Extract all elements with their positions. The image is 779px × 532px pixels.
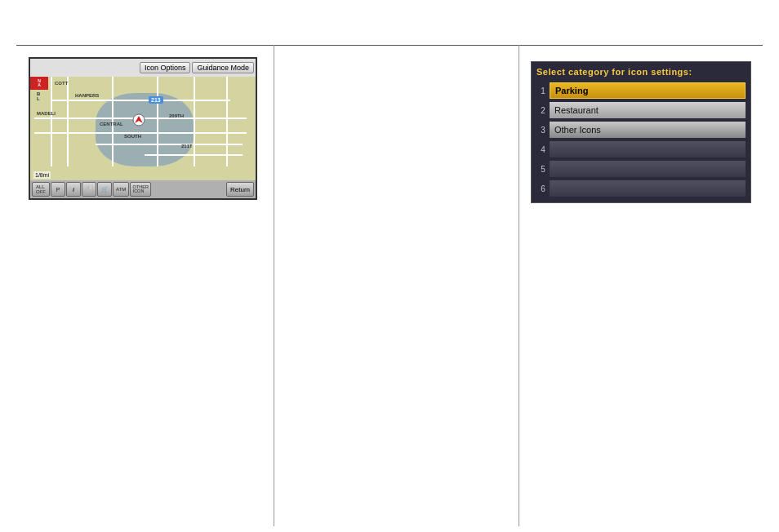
category-item-restaurant[interactable]: Restaurant: [550, 102, 746, 118]
road-h1: [51, 100, 230, 101]
road-label-209th: 209TH: [169, 113, 184, 118]
road-label-hanpers: HANPERS: [75, 93, 99, 98]
left-panel: Icon Options Guidance Mode NA HANPE: [29, 57, 261, 200]
road-label-madell: MADELI: [37, 111, 56, 116]
divider-left: [274, 45, 274, 526]
all-off-button[interactable]: ALLOFF: [32, 182, 50, 197]
category-container: Select category for icon settings: 1 Par…: [531, 61, 751, 203]
category-num-2: 2: [536, 106, 550, 115]
category-item-5[interactable]: [550, 161, 746, 177]
route-badge: 213: [149, 96, 163, 104]
category-item-other-icons[interactable]: Other Icons: [550, 122, 746, 138]
divider-right: [519, 45, 519, 526]
category-row-6: 6: [536, 180, 746, 197]
category-row-1: 1 Parking: [536, 82, 746, 100]
road-v1: [51, 77, 52, 166]
category-row-3: 3 Other Icons: [536, 121, 746, 139]
parking-icon-button[interactable]: P: [51, 182, 65, 197]
category-item-4[interactable]: [550, 141, 746, 157]
road-label-b: BL: [37, 91, 40, 101]
road-label-central: CENTRAL: [100, 122, 123, 126]
category-num-6: 6: [536, 184, 550, 193]
road-h4: [96, 144, 243, 145]
category-row-4: 4: [536, 140, 746, 158]
road-label-cott: COTT: [55, 81, 68, 86]
category-row-2: 2 Restaurant: [536, 101, 746, 119]
gps-label: NA: [38, 79, 41, 87]
map-toolbar-top: Icon Options Guidance Mode: [30, 59, 256, 77]
nav-arrow-icon: [132, 113, 145, 126]
road-v4: [157, 77, 158, 166]
right-panel: Select category for icon settings: 1 Par…: [531, 61, 763, 203]
category-title: Select category for icon settings:: [536, 67, 746, 77]
road-label-south: SOUTH: [124, 134, 141, 139]
road-v5: [194, 77, 195, 166]
shopping-icon-button[interactable]: 🛒: [97, 182, 112, 197]
food-icon-button[interactable]: 🍴: [82, 182, 96, 197]
road-v6: [226, 77, 228, 166]
map-scale: 1/8mi: [33, 171, 51, 179]
category-item-parking[interactable]: Parking: [550, 82, 746, 99]
road-label-211t: 211T: [181, 144, 193, 149]
gas-icon-button[interactable]: ATM: [113, 182, 129, 197]
return-button[interactable]: Return: [226, 182, 254, 197]
map-area: HANPERS SOUTH MADELI CENTRAL 209TH 211T …: [30, 77, 256, 180]
category-num-5: 5: [536, 165, 550, 174]
category-row-5: 5: [536, 160, 746, 178]
info-icon-button[interactable]: i: [66, 182, 81, 197]
road-v2: [67, 77, 69, 166]
icon-options-button[interactable]: Icon Options: [140, 62, 191, 73]
category-num-1: 1: [536, 86, 550, 95]
map-container: Icon Options Guidance Mode NA HANPE: [29, 57, 257, 200]
category-item-6[interactable]: [550, 180, 746, 197]
top-border: [16, 45, 763, 46]
map-toolbar-bottom: ALLOFF P i 🍴 🛒 ATM OTHERICON Return: [30, 180, 256, 198]
category-num-4: 4: [536, 145, 550, 154]
category-list: 1 Parking 2 Restaurant 3 Other Icons 4 5: [536, 82, 746, 197]
other-icon-button[interactable]: OTHERICON: [130, 182, 151, 197]
gps-indicator: NA: [30, 77, 48, 90]
guidance-mode-button[interactable]: Guidance Mode: [192, 62, 254, 73]
category-num-3: 3: [536, 126, 550, 135]
